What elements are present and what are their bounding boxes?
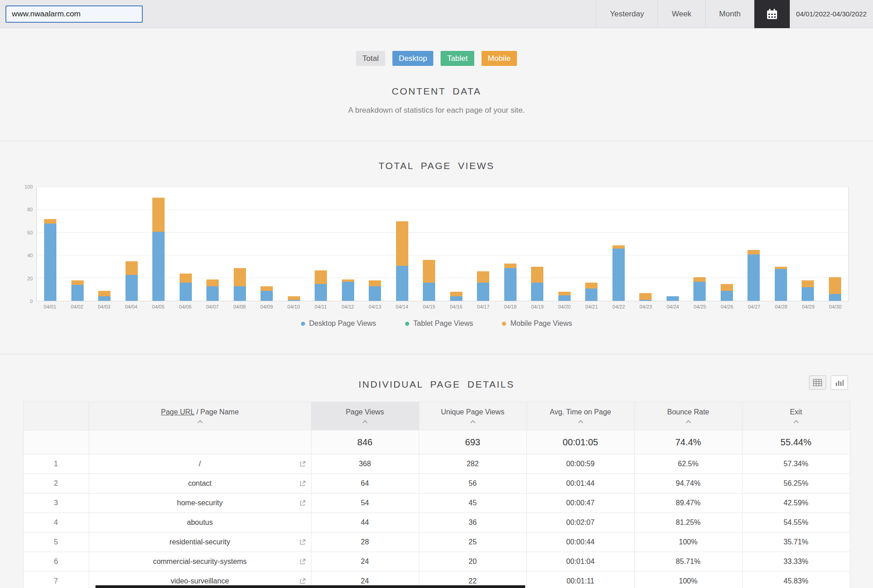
summary-exit: 55.44% <box>742 430 850 454</box>
x-tick-label: 04/29 <box>795 304 822 309</box>
y-tick-label: 100 <box>25 184 33 189</box>
external-link-icon[interactable] <box>300 539 306 545</box>
page-name-cell[interactable]: residential-security <box>89 533 311 552</box>
desktop-page-views-segment <box>288 300 300 301</box>
external-link-icon[interactable] <box>300 481 306 487</box>
legend-label: Mobile Page Views <box>510 319 572 328</box>
bar-04/19 <box>524 187 551 301</box>
bar-04/14 <box>389 187 416 301</box>
header-unique-page-views[interactable]: Unique Page Views <box>419 402 527 430</box>
tab-month[interactable]: Month <box>705 0 754 28</box>
summary-avg-time: 00:01:05 <box>527 430 634 454</box>
desktop-page-views-segment <box>450 296 462 301</box>
header-page-views[interactable]: Page Views <box>311 402 419 430</box>
chart-y-axis: 020406080100 <box>21 187 36 301</box>
tab-week[interactable]: Week <box>657 0 705 28</box>
desktop-page-views-segment <box>802 287 814 301</box>
table-header-row: Page URL / Page Name Page Views Unique P… <box>23 402 850 430</box>
x-tick-label: 04/03 <box>90 304 118 309</box>
bar-04/11 <box>307 187 335 301</box>
sort-asc-icon[interactable] <box>578 420 583 425</box>
stacked-bar <box>261 187 273 301</box>
x-tick-label: 04/15 <box>416 304 443 309</box>
y-tick-label: 20 <box>27 276 33 281</box>
chart-plot-column: 04/0104/0204/0304/0404/0504/0604/0704/08… <box>36 187 849 309</box>
desktop-page-views-segment <box>234 286 246 301</box>
summary-row: 846 693 00:01:05 74.4% 55.44% <box>23 430 850 454</box>
header-avg-time[interactable]: Avg. Time on Page <box>527 402 634 430</box>
page-url-link[interactable]: Page URL <box>161 408 194 416</box>
mobile-page-views-segment <box>125 261 138 275</box>
sort-asc-icon[interactable] <box>197 420 202 425</box>
desktop-page-views-segment <box>396 266 408 301</box>
external-link-icon[interactable] <box>300 559 306 565</box>
external-link-icon[interactable] <box>300 461 306 467</box>
external-link-icon[interactable] <box>300 500 306 506</box>
page-name[interactable]: video-surveillance <box>171 577 229 585</box>
page-name-cell[interactable]: commercial-security-systems <box>89 552 311 572</box>
table-row: 4aboutus443600:02:0781.25%54.55% <box>23 513 850 533</box>
table-view-button[interactable] <box>809 375 826 390</box>
legend-label: Desktop Page Views <box>309 319 376 328</box>
calendar-button[interactable] <box>754 0 790 28</box>
exit-cell: 33.33% <box>742 552 850 572</box>
chart-title: TOTAL PAGE VIEWS <box>0 141 873 171</box>
x-tick-label: 04/21 <box>578 304 605 309</box>
filter-mobile-button[interactable]: Mobile <box>482 51 517 66</box>
sort-asc-icon[interactable] <box>362 420 367 425</box>
page-name-cell[interactable]: home-security <box>89 493 311 513</box>
sort-asc-icon[interactable] <box>793 420 798 425</box>
stacked-bar <box>315 187 327 301</box>
header-rank <box>23 402 89 430</box>
legend-item-desktop[interactable]: Desktop Page Views <box>301 319 376 328</box>
page-views-cell: 64 <box>311 474 419 493</box>
row-rank: 6 <box>23 552 89 572</box>
site-url-input[interactable] <box>5 5 143 23</box>
x-tick-label: 04/17 <box>470 304 497 309</box>
legend-item-mobile[interactable]: Mobile Page Views <box>502 319 572 328</box>
desktop-page-views-segment <box>639 300 652 301</box>
sort-asc-icon[interactable] <box>470 420 475 425</box>
filter-tablet-button[interactable]: Tablet <box>441 51 474 66</box>
bar-04/25 <box>686 187 713 301</box>
page-name[interactable]: aboutus <box>187 518 213 526</box>
page-name[interactable]: residential-security <box>170 538 230 546</box>
page-name[interactable]: home-security <box>177 499 222 507</box>
header-exit[interactable]: Exit <box>742 402 850 430</box>
sort-asc-icon[interactable] <box>686 420 691 425</box>
page-name-cell[interactable]: contact <box>89 474 311 493</box>
exit-cell: 54.55% <box>742 513 850 533</box>
mobile-page-views-segment <box>98 291 110 297</box>
header-page-url[interactable]: Page URL / Page Name <box>89 402 311 430</box>
legend-item-tablet[interactable]: Tablet Page Views <box>405 319 473 328</box>
filter-desktop-button[interactable]: Desktop <box>392 51 433 66</box>
stacked-bar <box>180 187 192 301</box>
header-bounce-rate[interactable]: Bounce Rate <box>634 402 742 430</box>
table-row: 2contact645600:01:4494.74%56.25% <box>23 474 850 493</box>
mobile-page-views-segment <box>829 277 841 294</box>
stacked-bar <box>775 187 787 301</box>
avg-time-cell: 00:00:59 <box>527 454 634 474</box>
bar-04/05 <box>145 187 172 301</box>
external-link-icon[interactable] <box>300 578 306 584</box>
bar-04/30 <box>822 187 849 301</box>
table-body: 1/36828200:00:5962.5%57.34%2contact64560… <box>23 454 850 588</box>
stacked-bar <box>477 187 489 301</box>
row-rank: 4 <box>23 513 89 533</box>
stacked-bar <box>125 187 138 301</box>
page-name-cell[interactable]: / <box>89 454 311 474</box>
page-details-table: Page URL / Page Name Page Views Unique P… <box>23 402 850 588</box>
tab-yesterday[interactable]: Yesterday <box>596 0 657 28</box>
chart-view-button[interactable] <box>831 375 848 390</box>
page-name[interactable]: commercial-security-systems <box>153 558 246 565</box>
page-name[interactable]: / <box>199 460 201 468</box>
mobile-page-views-segment <box>477 271 489 283</box>
page-name[interactable]: contact <box>188 479 212 487</box>
stacked-bar <box>531 187 543 301</box>
exit-cell: 45.83% <box>742 572 850 588</box>
summary-page-views: 846 <box>311 430 419 454</box>
bar-04/29 <box>794 187 822 301</box>
page-name-cell[interactable]: aboutus <box>89 513 311 533</box>
filter-total-button[interactable]: Total <box>356 51 385 66</box>
bar-04/10 <box>281 187 308 301</box>
